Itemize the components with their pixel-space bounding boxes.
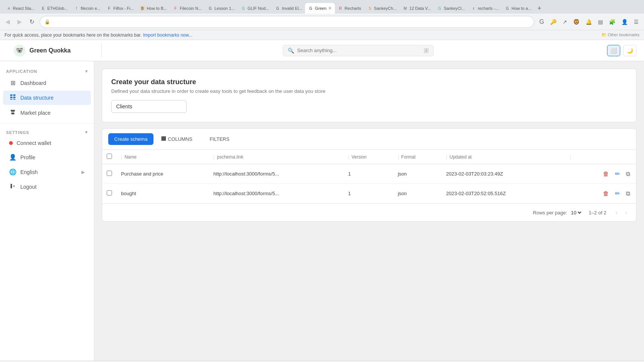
new-tab-button[interactable]: + — [534, 5, 544, 12]
schema-table-card: Create schema COLUMNS FILTERS — [102, 128, 636, 222]
row1-pschema: http://localhost:3000/forms/5... — [209, 164, 343, 184]
col-actions: | — [566, 150, 636, 164]
menu-btn[interactable]: ☰ — [632, 17, 641, 26]
filters-action[interactable]: FILTERS — [200, 134, 233, 144]
sidebar-toggle[interactable]: ▤ — [596, 17, 605, 26]
col-pschema: |pschema.link — [209, 150, 343, 164]
schema-name-input[interactable] — [111, 100, 187, 113]
import-bookmarks-link[interactable]: Import bookmarks now... — [143, 32, 193, 38]
app-logo-icon: 🐨 — [14, 45, 26, 57]
brave-shield[interactable]: 🦁 — [571, 17, 582, 26]
row2-updated-at: 2023-02-03T20:52:05.516Z — [442, 184, 565, 203]
tab-recharts[interactable]: R Recharts — [335, 3, 364, 14]
sidebar: APPLICATION ▾ ⊞ Dashboard Data structure… — [0, 61, 94, 360]
tab-sankey-ch[interactable]: S SankeyCh... — [364, 3, 400, 14]
svg-rect-5 — [13, 99, 15, 100]
sidebar-item-data-structure[interactable]: Data structure — [3, 91, 91, 105]
sidebar-item-label-connect-wallet: Connect wallet — [17, 140, 51, 146]
tab-filecoin-n[interactable]: F Filecoin N... — [170, 3, 205, 14]
tab-lesson[interactable]: G Lesson 1... — [205, 3, 238, 14]
row1-delete-button[interactable]: 🗑 — [601, 169, 610, 179]
tab-sankey-cl[interactable]: G SankeyCl... — [434, 3, 468, 14]
dashboard-icon: ⊞ — [9, 79, 17, 86]
columns-action[interactable]: COLUMNS — [158, 134, 195, 144]
svg-rect-3 — [13, 97, 15, 98]
row2-version: 1 — [343, 184, 393, 203]
sidebar-item-english[interactable]: 🌐 English ▶ — [3, 165, 91, 179]
tab-react[interactable]: ⚛ React Sta... — [3, 3, 37, 14]
rows-per-page-select[interactable]: 10 25 50 — [569, 209, 583, 216]
tab-invalid[interactable]: G Invalid El... — [272, 3, 305, 14]
address-bar[interactable]: 🔒 localhost:3000/schemas — [40, 16, 534, 28]
sidebar-item-dashboard[interactable]: ⊞ Dashboard — [3, 76, 91, 90]
alerts-btn[interactable]: 🔔 — [583, 17, 594, 26]
profile-btn[interactable]: 👤 — [619, 17, 630, 26]
tab-filecoin[interactable]: f filecoin e... — [71, 3, 104, 14]
row1-copy-button[interactable]: ⧉ — [624, 169, 632, 179]
password-btn[interactable]: 🔑 — [548, 17, 559, 26]
sidebar-item-marketplace[interactable]: Market place — [3, 106, 91, 120]
col-version: |Version — [343, 150, 393, 164]
google-btn[interactable]: G — [537, 17, 546, 27]
tab-label: Filfox - Fi... — [113, 6, 133, 11]
table-row: bought http://localhost:3000/forms/5... … — [102, 184, 636, 203]
extensions-btn[interactable]: 🧩 — [607, 17, 618, 26]
search-shortcut: / — [424, 48, 429, 53]
tab-label: recharts -... — [478, 6, 499, 11]
sidebar-item-label-data-structure: Data structure — [20, 95, 54, 101]
app-logo-area: 🐨 Green Quokka — [8, 43, 102, 58]
forward-button[interactable]: ▶ — [15, 17, 24, 27]
filters-icon — [203, 136, 208, 142]
tab-recharts2[interactable]: r recharts -... — [468, 3, 502, 14]
row2-copy-button[interactable]: ⧉ — [624, 188, 632, 199]
tab-favicon-sankey-ch: S — [367, 6, 373, 11]
tab-label: Lesson 1... — [215, 6, 235, 11]
row1-actions: 🗑 ✏ ⧉ — [566, 164, 636, 184]
row2-format: json — [393, 184, 442, 203]
other-bookmarks[interactable]: 📁 Other bookmarks — [601, 32, 639, 37]
next-page-button[interactable]: › — [622, 208, 630, 217]
tab-label: filecoin e... — [81, 6, 101, 11]
filters-label: FILTERS — [210, 136, 230, 142]
tab-label: Invalid El... — [282, 6, 302, 11]
tab-favicon-recharts: R — [338, 6, 343, 11]
columns-label: COLUMNS — [168, 136, 192, 142]
create-schema-button[interactable]: Create schema — [108, 133, 153, 145]
row2-checkbox-cell — [102, 184, 117, 203]
row1-checkbox[interactable] — [107, 171, 112, 176]
sidebar-item-connect-wallet[interactable]: Connect wallet — [3, 137, 91, 149]
sidebar-item-label-logout: Logout — [20, 184, 37, 190]
tab-filfox[interactable]: F Filfox - Fi... — [103, 3, 136, 14]
reload-button[interactable]: ↻ — [27, 17, 37, 27]
select-all-checkbox[interactable] — [107, 154, 112, 159]
tab-close-icon[interactable]: ✕ — [328, 6, 332, 11]
share-btn[interactable]: ↗ — [560, 17, 569, 26]
row2-actions: 🗑 ✏ ⧉ — [566, 184, 636, 203]
row2-edit-button[interactable]: ✏ — [613, 188, 621, 199]
tab-12data[interactable]: M 12 Data V... — [400, 3, 434, 14]
search-input[interactable] — [297, 48, 421, 53]
tab-how-to-b[interactable]: B How to B... — [137, 3, 170, 14]
theme-dark-btn[interactable]: 🌙 — [623, 45, 636, 56]
row1-edit-button[interactable]: ✏ — [613, 169, 621, 179]
prev-page-button[interactable]: ‹ — [612, 208, 620, 217]
col-format: |Format — [393, 150, 442, 164]
application-chevron-icon: ▾ — [85, 69, 88, 74]
browser-chrome: ⚛ React Sta... E ETHGlob... f filecoin e… — [0, 0, 644, 40]
theme-light-btn[interactable]: ⬜ — [607, 45, 620, 56]
tab-green[interactable]: G Green ✕ — [305, 3, 335, 14]
back-button[interactable]: ◀ — [3, 17, 12, 27]
tab-glif[interactable]: G GLIF Nod... — [238, 3, 272, 14]
logout-icon — [9, 183, 17, 191]
svg-rect-4 — [10, 99, 12, 100]
row2-name: bought — [117, 184, 209, 203]
tab-label: How to a... — [512, 6, 532, 11]
sidebar-item-profile[interactable]: 👤 Profile — [3, 150, 91, 164]
row2-checkbox[interactable] — [107, 190, 112, 196]
sidebar-item-label-marketplace: Market place — [20, 110, 51, 116]
tab-eth[interactable]: E ETHGlob... — [37, 3, 71, 14]
row2-delete-button[interactable]: 🗑 — [601, 188, 610, 199]
tab-howto-a[interactable]: G How to a... — [502, 3, 535, 14]
sidebar-item-logout[interactable]: Logout — [3, 180, 91, 194]
address-input[interactable]: localhost:3000/schemas — [53, 19, 529, 25]
